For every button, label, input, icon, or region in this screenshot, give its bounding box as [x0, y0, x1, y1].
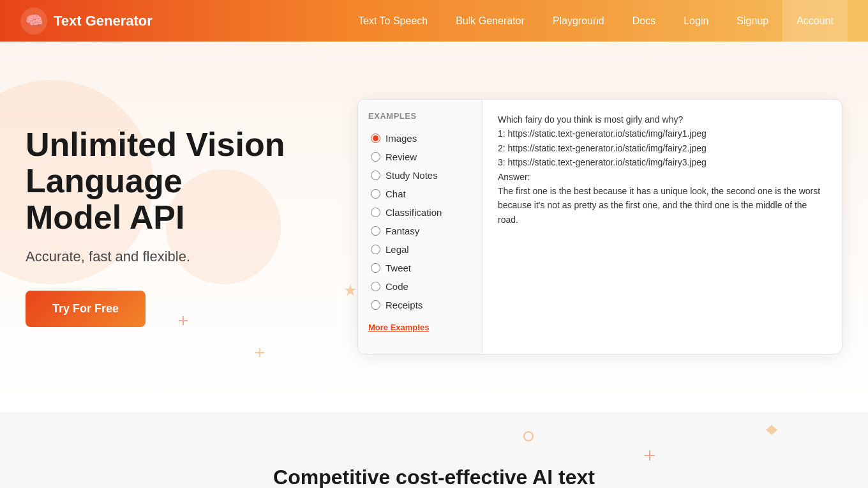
logo-icon: 🧠 [20, 8, 47, 34]
demo-card: Examples Images Review Study Notes [357, 99, 842, 355]
label-fantasy: Fantasy [385, 225, 419, 236]
bottom-section: Competitive cost-effective AI text gener… [0, 412, 868, 488]
list-item[interactable]: Tweet [368, 259, 472, 277]
nav-bulk-generator[interactable]: Bulk Generator [442, 0, 539, 42]
demo-output-panel: Which fairy do you think is most girly a… [483, 100, 842, 354]
deco-cross-3 [645, 450, 655, 461]
nav-text-to-speech[interactable]: Text To Speech [344, 0, 442, 42]
list-item[interactable]: Legal [368, 241, 472, 258]
radio-classification[interactable] [371, 208, 380, 217]
nav-playground[interactable]: Playground [539, 0, 618, 42]
nav-account[interactable]: Account [782, 0, 848, 42]
bottom-title: Competitive cost-effective AI text gener… [230, 463, 638, 488]
list-item[interactable]: Fantasy [368, 222, 472, 240]
radio-tweet[interactable] [371, 263, 380, 273]
hero-section: Unlimited Vision Language Model API Accu… [0, 42, 868, 412]
deco-star-2 [523, 431, 534, 441]
label-chat: Chat [385, 188, 406, 199]
label-classification: Classification [385, 207, 442, 218]
deco-cross-2 [255, 348, 264, 357]
nav-login[interactable]: Login [670, 0, 722, 42]
radio-legal[interactable] [371, 245, 380, 254]
radio-review[interactable] [371, 152, 380, 162]
hero-title: Unlimited Vision Language Model API [26, 126, 357, 236]
label-study-notes: Study Notes [385, 170, 438, 181]
label-review: Review [385, 151, 417, 162]
logo-link[interactable]: 🧠 Text Generator [20, 8, 153, 34]
deco-diamond [766, 425, 777, 435]
svg-point-0 [524, 432, 533, 441]
list-item[interactable]: Chat [368, 185, 472, 202]
main-nav: 🧠 Text Generator Text To Speech Bulk Gen… [0, 0, 868, 42]
try-free-button[interactable]: Try For Free [26, 291, 146, 327]
list-item[interactable]: Review [368, 148, 472, 165]
radio-code[interactable] [371, 282, 380, 291]
logo-text: Text Generator [54, 13, 153, 29]
hero-right: Examples Images Review Study Notes [357, 99, 842, 355]
nav-docs[interactable]: Docs [618, 0, 670, 42]
list-item[interactable]: Receipts [368, 296, 472, 314]
radio-images[interactable] [371, 133, 380, 143]
label-images: Images [385, 133, 417, 144]
examples-list: Images Review Study Notes Chat [368, 130, 472, 314]
label-legal: Legal [385, 244, 409, 255]
radio-study-notes[interactable] [371, 171, 380, 180]
list-item[interactable]: Study Notes [368, 167, 472, 184]
list-item[interactable]: Classification [368, 204, 472, 221]
demo-output-text: Which fairy do you think is most girly a… [498, 112, 827, 227]
radio-chat[interactable] [371, 189, 380, 199]
list-item[interactable]: Code [368, 278, 472, 295]
more-examples-link[interactable]: More Examples [368, 323, 472, 332]
hero-subtitle: Accurate, fast and flexible. [26, 248, 357, 265]
radio-fantasy[interactable] [371, 226, 380, 236]
radio-receipts[interactable] [371, 300, 380, 310]
label-code: Code [385, 281, 408, 292]
label-tweet: Tweet [385, 263, 411, 273]
list-item[interactable]: Images [368, 130, 472, 147]
nav-signup[interactable]: Signup [722, 0, 782, 42]
nav-links: Text To Speech Bulk Generator Playground… [344, 0, 848, 42]
examples-label: Examples [368, 111, 472, 121]
label-receipts: Receipts [385, 300, 423, 310]
hero-left: Unlimited Vision Language Model API Accu… [26, 126, 357, 328]
demo-options-panel: Examples Images Review Study Notes [358, 100, 483, 354]
